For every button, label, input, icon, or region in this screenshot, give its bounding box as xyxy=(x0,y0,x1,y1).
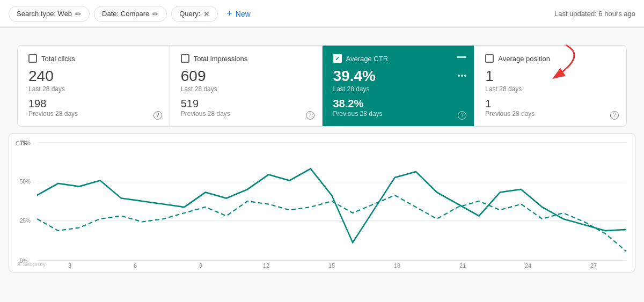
position-label: Average position xyxy=(498,55,550,63)
impressions-help-icon[interactable]: ? xyxy=(306,111,314,120)
ctr-value-main: 39.4% xyxy=(333,67,464,85)
query-close-icon[interactable]: ✕ xyxy=(203,10,210,18)
impressions-period-secondary: Previous 28 days xyxy=(181,110,311,117)
chart-svg xyxy=(37,142,626,260)
clicks-checkbox[interactable] xyxy=(28,54,37,63)
x-label-27: 27 xyxy=(561,262,626,269)
chart-x-labels: 3 6 9 12 15 18 21 24 27 xyxy=(37,260,626,269)
clicks-label: Total clicks xyxy=(41,55,75,63)
grid-label-25: 25% xyxy=(20,217,31,223)
position-period-secondary: Previous 28 days xyxy=(485,110,616,117)
metric-header-ctr: Average CTR xyxy=(333,54,464,63)
ctr-help-icon[interactable]: ? xyxy=(458,111,466,120)
x-label-3: 3 xyxy=(37,262,103,269)
grid-label-75: 75% xyxy=(20,139,31,145)
x-label-24: 24 xyxy=(495,262,561,269)
metric-header-position: Average position xyxy=(485,54,616,63)
metrics-row: Total clicks 240 Last 28 days 198 Previo… xyxy=(17,45,627,127)
metric-header-impressions: Total impressions xyxy=(181,54,311,63)
x-label-15: 15 xyxy=(299,262,364,269)
last-updated-label: Last updated: 6 hours ago xyxy=(554,10,635,18)
query-filter[interactable]: Query: ✕ xyxy=(171,6,218,22)
chart-section: CTR 75% 50% 25% 0% 3 6 9 12 15 18 21 24 xyxy=(9,133,635,272)
x-label-18: 18 xyxy=(364,262,430,269)
watermark: ✗ seoprofy xyxy=(17,261,46,268)
new-button[interactable]: + New xyxy=(222,5,255,23)
plus-icon: + xyxy=(226,8,232,19)
x-label-9: 9 xyxy=(168,262,233,269)
grid-label-50: 50% xyxy=(20,179,31,185)
ctr-dots-icon xyxy=(458,75,466,77)
metric-total-impressions[interactable]: Total impressions 609 Last 28 days 519 P… xyxy=(170,46,323,126)
chart-area: 75% 50% 25% 0% xyxy=(37,142,626,260)
position-value-secondary: 1 xyxy=(485,97,616,110)
current-period-line xyxy=(37,168,626,242)
x-label-12: 12 xyxy=(233,262,299,269)
ctr-period-secondary: Previous 28 days xyxy=(333,110,464,117)
x-label-6: 6 xyxy=(103,262,168,269)
position-period-main: Last 28 days xyxy=(485,85,616,93)
ctr-period-main: Last 28 days xyxy=(333,85,464,93)
position-help-icon[interactable]: ? xyxy=(610,111,619,120)
metric-total-clicks[interactable]: Total clicks 240 Last 28 days 198 Previo… xyxy=(18,46,170,126)
grid-line-0: 0% xyxy=(37,260,626,261)
impressions-value-main: 609 xyxy=(181,67,311,85)
date-edit-icon[interactable]: ✏ xyxy=(152,10,159,18)
impressions-checkbox[interactable] xyxy=(181,54,189,63)
search-type-filter[interactable]: Search type: Web ✏ xyxy=(9,6,90,22)
metric-average-position[interactable]: Average position 1 Last 28 days 1 Previo… xyxy=(474,46,626,126)
clicks-value-main: 240 xyxy=(28,67,159,85)
metric-average-ctr[interactable]: Average CTR 39.4% Last 28 days 38.2% Pre… xyxy=(323,46,475,126)
date-label: Date: Compare xyxy=(102,10,149,18)
impressions-value-secondary: 519 xyxy=(181,97,311,110)
spacer xyxy=(0,28,644,36)
toolbar: Search type: Web ✏ Date: Compare ✏ Query… xyxy=(0,0,644,28)
search-type-edit-icon[interactable]: ✏ xyxy=(75,10,82,18)
x-label-21: 21 xyxy=(430,262,495,269)
clicks-help-icon[interactable]: ? xyxy=(153,111,162,120)
position-value-main: 1 xyxy=(485,67,616,85)
metrics-container: Total clicks 240 Last 28 days 198 Previo… xyxy=(9,45,635,127)
ctr-checkbox[interactable] xyxy=(333,54,342,63)
metric-header-clicks: Total clicks xyxy=(28,54,159,63)
position-checkbox[interactable] xyxy=(485,54,494,63)
ctr-label: Average CTR xyxy=(346,55,389,63)
query-label: Query: xyxy=(179,10,200,18)
impressions-period-main: Last 28 days xyxy=(181,85,311,93)
ctr-dash-icon xyxy=(457,56,466,58)
clicks-period-secondary: Previous 28 days xyxy=(28,110,159,117)
impressions-label: Total impressions xyxy=(194,55,247,63)
clicks-value-secondary: 198 xyxy=(28,97,159,110)
search-type-label: Search type: Web xyxy=(17,10,72,18)
date-filter[interactable]: Date: Compare ✏ xyxy=(94,6,167,22)
ctr-value-secondary: 38.2% xyxy=(333,97,464,110)
new-label: New xyxy=(236,10,251,18)
clicks-period-main: Last 28 days xyxy=(28,85,159,93)
